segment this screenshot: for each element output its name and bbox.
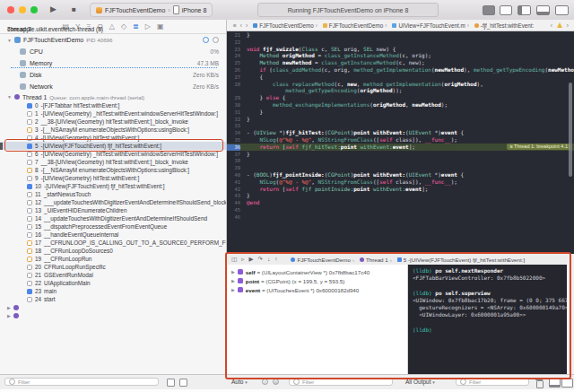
disclosure-icon[interactable]: ▶ — [231, 287, 235, 292]
toggle-inspector-button[interactable] — [555, 5, 569, 15]
code-line-26[interactable]: 26 if (class_addMethod(c, orig, method_g… — [227, 66, 574, 74]
stack-frame-14[interactable]: 14__updateTouchesWithDigitizerEventAndDe… — [0, 214, 226, 222]
stack-frame-6[interactable]: 6-[UIView(Geometry) _hitTest:withEvent:w… — [0, 150, 226, 158]
code-line-40[interactable]: 40- (BOOL)fjf_pointInside:(CGPoint)point… — [227, 171, 574, 179]
navigator-tab-reports-icon[interactable]: ▣ — [157, 23, 164, 30]
code-area[interactable]: 21}2223void fjf_swizzle(Class c, SEL ori… — [227, 31, 574, 221]
stack-frame-2[interactable]: 2__38-[UIView(Geometry) hitTest:withEven… — [0, 118, 226, 126]
code-line-41[interactable]: 41 NSLog(@"%@ - %@", NSStringFromClass([… — [227, 179, 574, 186]
code-line-24[interactable]: 24 Method origMethod = class_getInstance… — [227, 52, 574, 59]
stack-frame-7[interactable]: 7__38-[UIView(Geometry) hitTest:withEven… — [0, 158, 226, 166]
debug-breadcrumb-item[interactable]: 5 -[UIView(FJFTouchEvent) fjf_hitTest:wi… — [404, 257, 525, 263]
debug-breadcrumb-item[interactable]: FJFTouchEventDemo — [297, 257, 351, 263]
scheme-selector[interactable]: FJFTouchEventDemo › iPhone 8 — [90, 3, 213, 17]
code-line-21[interactable]: 21} — [227, 31, 574, 39]
run-button[interactable]: ▶ — [50, 4, 57, 15]
stack-frame-18[interactable]: 18__CFRunLoopDoSources0 — [0, 247, 226, 255]
slash-circle-icon[interactable]: ⊘ — [273, 379, 279, 385]
stack-frame-3[interactable]: 3-[__NSArrayM enumerateObjectsWithOption… — [0, 126, 226, 134]
editor-scrollbar[interactable] — [569, 83, 572, 177]
show-only-crashed-icon[interactable] — [167, 379, 175, 387]
jumpbar-item[interactable]: UIView+FJFTouchEvent.m — [398, 22, 465, 29]
gauge-network[interactable]: NetworkZero KB/s — [0, 81, 226, 92]
jumpbar-item[interactable]: FJFTouchEventDemo — [259, 22, 314, 29]
jumpbar-item[interactable]: FJFTouchEventDemo — [329, 22, 384, 29]
breakpoints-toggle-icon[interactable]: ▹ — [241, 256, 244, 262]
warning-icon[interactable] — [557, 22, 562, 28]
code-line-23[interactable]: 23void fjf_swizzle(Class c, SEL orig, SE… — [227, 46, 574, 53]
info-icon[interactable] — [213, 37, 219, 43]
standard-editor-button[interactable] — [483, 5, 495, 15]
code-line-36[interactable]: 36 return [self fjf_hitTest:point withEv… — [227, 144, 574, 151]
console-filter-field[interactable]: Filter — [456, 378, 529, 386]
gauge-disk[interactable]: DiskZero KB/s — [0, 69, 226, 81]
code-line-32[interactable]: 32} — [227, 116, 574, 123]
jumpbar-item[interactable]: -fjf_hitTest:withEvent: — [481, 22, 535, 29]
stack-frame-12[interactable]: 12___updateTouchesWithDigitizerEventAndD… — [0, 198, 226, 206]
stack-frame-8[interactable]: 8-[__NSArrayM enumerateObjectsWithOption… — [0, 166, 226, 174]
show-only-running-icon[interactable] — [179, 379, 187, 387]
variables-scope-dropdown[interactable]: Auto ▾ — [231, 379, 248, 385]
code-line-28[interactable]: 28 class_replaceMethod(c, new, method_ge… — [227, 81, 574, 88]
navigator-tab-tests-icon[interactable]: ◇ — [121, 23, 126, 30]
stack-frame-11[interactable]: 11_startNewusTouch — [0, 190, 226, 198]
stack-frame-17[interactable]: 17__CFRUNLOOP_IS_CALLING_OUT_TO_A_SOURCE… — [0, 239, 226, 247]
code-line-29[interactable]: 29 } else { — [227, 94, 574, 101]
disclosure-icon[interactable]: ▼ — [7, 38, 12, 43]
stack-frame-22[interactable]: 22UIApplicationMain — [0, 279, 226, 287]
stack-frame-9[interactable]: 9-[UIView(Geometry) hitTest:withEvent:] — [0, 174, 226, 182]
gauge-cpu[interactable]: CPU0% — [0, 46, 226, 57]
console-output-dropdown[interactable]: All Output ▾ — [405, 379, 435, 385]
clear-console-icon[interactable] — [536, 380, 544, 388]
code-line-45[interactable]: 45 — [227, 206, 574, 213]
variable-row-self[interactable]: ▶self= (UILayoutContainerView *) 0x7fb8b… — [227, 267, 407, 276]
variable-row-event[interactable]: ▶event= (UITouchesEvent *) 0x60000182d94… — [227, 285, 407, 294]
code-line-31[interactable]: 31 } — [227, 109, 574, 116]
stack-frame-5[interactable]: 5-[UIView(FJFTouchEvent) fjf_hitTest:wit… — [0, 142, 226, 150]
debug-gauge-icon[interactable] — [203, 37, 209, 43]
assistant-editor-button[interactable] — [500, 5, 512, 15]
code-line-42[interactable]: 42 return [self fjf_pointInside:point wi… — [227, 186, 574, 193]
code-line-22[interactable]: 22 — [227, 39, 574, 46]
step-into-icon[interactable]: ↓ — [267, 256, 270, 262]
debug-breadcrumb-item[interactable]: Thread 1 — [366, 257, 388, 263]
show-variables-view-icon[interactable] — [549, 379, 561, 388]
toggle-debug-area-button[interactable] — [536, 5, 550, 15]
step-over-icon[interactable]: ↷ — [257, 256, 262, 262]
stack-frame-4[interactable]: 4-[UIView(Geometry) hitTest:withEvent:] — [0, 134, 226, 142]
navigator-filter-field[interactable]: Filter — [4, 378, 159, 386]
show-console-view-icon[interactable] — [561, 379, 573, 388]
navigator-tab-debug-icon[interactable]: ≣ — [133, 23, 139, 30]
code-line-38[interactable]: 38 — [227, 157, 574, 164]
navigator-tab-breakpoints-icon[interactable]: ▷ — [145, 23, 151, 30]
stack-frame-21[interactable]: 21GSEventRunModal — [0, 271, 226, 279]
info-circle-icon[interactable]: i — [262, 379, 268, 385]
minimize-window-button[interactable] — [19, 6, 26, 13]
related-items-icon[interactable]: ≡ — [233, 22, 237, 29]
gauge-memory[interactable]: Memory47.3 MB — [0, 57, 226, 69]
code-line-25[interactable]: 25 Method newMethod = class_getInstanceM… — [227, 59, 574, 66]
disclosure-icon[interactable]: ▶ — [7, 305, 11, 310]
stack-frame-13[interactable]: 13_UIEventHIDEnumerateChildren — [0, 206, 226, 214]
stack-frame-20[interactable]: 20CFRunLoopRunSpecific — [0, 263, 226, 271]
thread-row[interactable]: ▶Thread 3 — [0, 303, 226, 312]
prev-issue-icon[interactable]: ‹ — [551, 22, 552, 29]
forward-icon[interactable]: › — [246, 22, 248, 29]
variable-row-point[interactable]: ▶point= (CGPoint) (x = 199.5, y = 593.5) — [227, 276, 407, 285]
code-line-37[interactable]: 37} — [227, 151, 574, 158]
stack-frame-15[interactable]: 15__dispatchPreprocessedEventFromEventQu… — [0, 222, 226, 231]
code-line-30[interactable]: 30 method_exchangeImplementations(origMe… — [227, 101, 574, 109]
stack-frame-1[interactable]: 1-[UIView(Geometry) _hitTest:withEvent:w… — [0, 109, 226, 118]
thread-1-row[interactable]: ▼ Thread 1 Queue: com.apple.main-thread … — [0, 92, 226, 101]
disclosure-icon[interactable]: ▼ — [7, 94, 12, 100]
code-line-34[interactable]: 34- (UIView *)fjf_hitTest:(CGPoint)point… — [227, 129, 574, 136]
step-out-icon[interactable]: ↑ — [274, 256, 277, 262]
lldb-console[interactable]: (lldb) po self.nextResponder<FJFTabBarVi… — [408, 265, 567, 374]
navigator-tab-issues-icon[interactable]: △ — [109, 23, 115, 30]
disclosure-icon[interactable]: ▶ — [231, 278, 235, 283]
variables-view[interactable]: ▶self= (UILayoutContainerView *) 0x7fb8b… — [227, 265, 408, 374]
code-line-39[interactable]: 39 — [227, 164, 574, 171]
thread-row[interactable]: ▶com.apple.uikit.eventfetch-thread (8) — [0, 312, 226, 321]
process-row[interactable]: ▼ FJFTouchEventDemo PID 40696 — [0, 34, 226, 46]
hide-debug-area-icon[interactable]: ◫ — [231, 256, 237, 262]
